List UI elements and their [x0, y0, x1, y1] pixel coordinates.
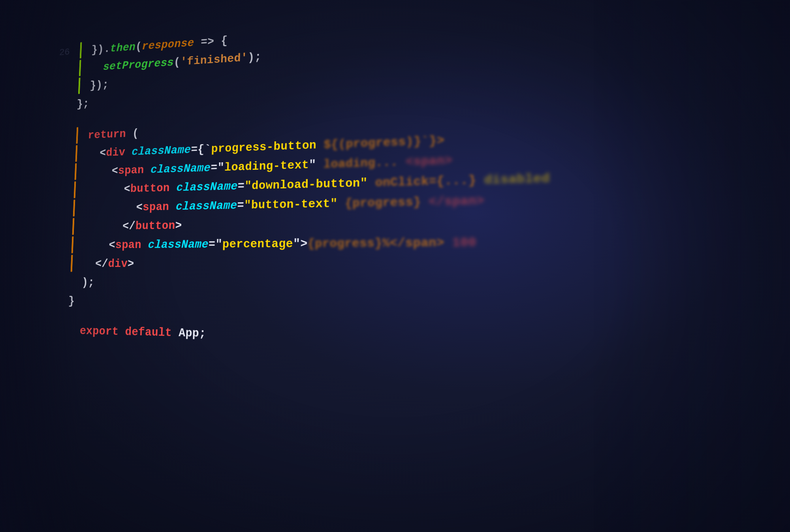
- code-token: </: [71, 220, 135, 234]
- code-token: response: [142, 36, 194, 53]
- code-content-36: </button>: [71, 217, 182, 235]
- code-token: App;: [172, 326, 207, 340]
- code-token-export: export: [79, 324, 125, 339]
- code-token-button-close: button: [135, 219, 175, 233]
- code-token-setprogress: setProgress: [103, 56, 174, 73]
- line-number-26: 26: [54, 46, 79, 58]
- line-number-28: [53, 89, 77, 91]
- code-token-return: return: [88, 127, 126, 142]
- code-token-classname: className: [176, 179, 238, 194]
- code-token-span2: span: [143, 200, 169, 214]
- line-number-40: [43, 304, 68, 304]
- code-token: (: [126, 127, 139, 140]
- code-token: [169, 200, 176, 213]
- code-token-blurred-tag-3: disabled: [476, 171, 550, 188]
- line-number-empty: [51, 118, 76, 119]
- code-content-31: return (: [75, 125, 139, 145]
- code-token: }: [68, 294, 75, 308]
- line-number-empty-2: [42, 311, 68, 311]
- code-token: >: [175, 219, 182, 232]
- line-number-31: [50, 139, 75, 140]
- code-token-blurred-5: {progress}%</span>: [307, 235, 444, 251]
- code-token-blurred-2: loading...: [316, 155, 398, 172]
- code-content-39: );: [69, 274, 95, 291]
- code-container: 26 }).then(response => { setProgress('fi…: [33, 0, 790, 532]
- code-token-button: button: [130, 181, 170, 196]
- code-token: [125, 145, 132, 159]
- code-token: [316, 138, 324, 152]
- code-token-button-text: "button-text": [244, 197, 338, 212]
- code-token: (: [173, 56, 181, 69]
- code-token: );: [248, 50, 262, 64]
- line-number-33: [49, 175, 74, 176]
- code-token: [78, 61, 103, 75]
- code-token: }).: [79, 42, 110, 57]
- code-token: ={`: [191, 142, 211, 156]
- code-token: =: [237, 199, 244, 212]
- code-token-blurred-1: ${(progress)}`}>: [324, 133, 444, 152]
- code-token-loading-text: loading-text: [224, 158, 309, 174]
- code-token: [144, 163, 151, 177]
- code-token-blurred-tag-5: 100: [444, 235, 476, 250]
- code-token: =": [211, 161, 225, 175]
- code-token: [67, 324, 80, 338]
- code-token: =": [209, 237, 223, 251]
- code-token: };: [77, 97, 90, 111]
- code-content-42: export default App;: [67, 322, 207, 343]
- code-content-29: };: [76, 96, 89, 113]
- code-token-blurred-4: {progress}: [337, 195, 421, 211]
- code-token: <: [73, 182, 130, 197]
- line-number-32: [49, 157, 74, 158]
- code-token-classname: className: [176, 199, 237, 213]
- code-token: ": [309, 158, 316, 172]
- code-token-percentage: percentage: [222, 237, 293, 251]
- code-token-finished: 'finished': [180, 51, 248, 68]
- code-token: <: [72, 201, 143, 215]
- code-token: =: [237, 179, 245, 193]
- code-token: [169, 181, 177, 195]
- code-token-blurred-tag-4: </span>: [421, 194, 484, 209]
- line-number-27: [53, 71, 78, 73]
- code-token-classname: className: [150, 161, 211, 177]
- code-token: [141, 238, 148, 252]
- line-number-35: [47, 212, 72, 212]
- code-token-classname: className: [132, 143, 191, 158]
- code-line-38: </div>: [44, 252, 790, 275]
- code-token-span3: span: [115, 238, 141, 252]
- code-content-28: });: [77, 77, 109, 95]
- code-token-download-button: "download-button": [245, 176, 368, 193]
- code-token-progress-button: progress-button: [211, 138, 316, 156]
- code-token: => {: [194, 34, 228, 49]
- code-token: </: [70, 257, 108, 271]
- code-token-classname: className: [148, 238, 209, 252]
- code-token: <: [70, 239, 115, 252]
- code-token-div: div: [106, 146, 126, 160]
- line-number-36: [46, 230, 71, 230]
- code-token-blurred-3: onClick={...}: [368, 173, 476, 190]
- code-token-span: span: [118, 164, 144, 177]
- code-token: >: [127, 257, 134, 271]
- code-token-blurred-tag-2: <span>: [398, 153, 453, 169]
- line-number-34: [48, 194, 73, 194]
- code-token: );: [69, 276, 95, 289]
- code-token: (: [135, 40, 142, 54]
- code-token: });: [77, 78, 109, 93]
- code-content-38: </div>: [70, 255, 134, 273]
- code-token: <: [74, 147, 106, 161]
- code-token: <: [73, 164, 118, 179]
- code-token: ">: [293, 237, 308, 251]
- line-number-29: [52, 107, 77, 108]
- code-token-default: default: [125, 325, 172, 340]
- code-content-40: }: [68, 293, 75, 310]
- line-number-42: [41, 333, 67, 333]
- code-token: then: [110, 41, 135, 55]
- code-token-div-close: div: [108, 257, 128, 271]
- code-screen: 26 }).then(response => { setProgress('fi…: [0, 0, 790, 532]
- code-content-37: <span className="percentage">{progress}%…: [70, 233, 476, 254]
